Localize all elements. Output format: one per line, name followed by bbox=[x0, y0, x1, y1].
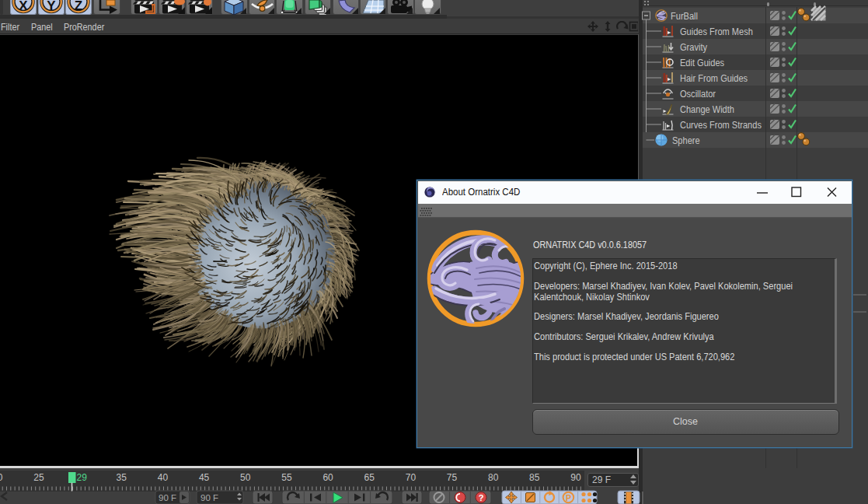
svg-text:80: 80 bbox=[488, 472, 499, 483]
svg-text:20: 20 bbox=[0, 472, 3, 483]
svg-text:35: 35 bbox=[117, 472, 127, 483]
svg-text:70: 70 bbox=[406, 472, 417, 483]
svg-text:60: 60 bbox=[322, 472, 333, 483]
svg-text:85: 85 bbox=[529, 472, 540, 483]
svg-text:50: 50 bbox=[240, 472, 251, 483]
svg-text:?: ? bbox=[479, 493, 484, 502]
svg-text:P: P bbox=[566, 493, 571, 502]
svg-text:90: 90 bbox=[570, 472, 581, 483]
svg-text:40: 40 bbox=[158, 472, 169, 483]
svg-text:65: 65 bbox=[364, 472, 375, 483]
svg-text:45: 45 bbox=[199, 472, 210, 483]
svg-text:29: 29 bbox=[77, 472, 88, 483]
svg-text:25: 25 bbox=[33, 472, 44, 483]
svg-text:75: 75 bbox=[447, 472, 458, 483]
svg-text:55: 55 bbox=[281, 472, 292, 483]
